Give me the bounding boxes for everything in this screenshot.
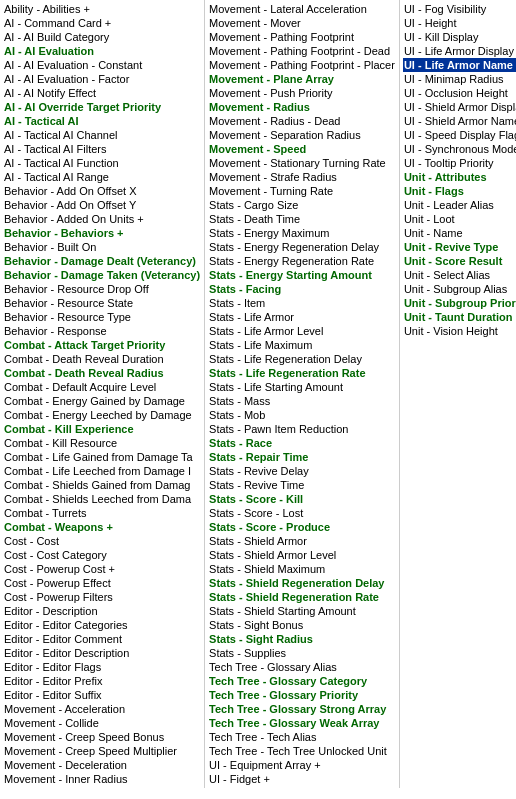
list-item[interactable]: Combat - Death Reveal Duration [3, 352, 201, 366]
list-item[interactable]: Stats - Life Regeneration Delay [208, 352, 396, 366]
list-item[interactable]: Editor - Editor Flags [3, 660, 201, 674]
list-item[interactable]: Ability - Abilities + [3, 2, 201, 16]
list-item[interactable]: Stats - Shield Regeneration Rate [208, 590, 396, 604]
list-item[interactable]: Stats - Energy Regeneration Rate [208, 254, 396, 268]
list-item[interactable]: AI - AI Build Category [3, 30, 201, 44]
list-item[interactable]: Combat - Kill Experience [3, 422, 201, 436]
list-item[interactable]: Behavior - Added On Units + [3, 212, 201, 226]
list-item[interactable]: Combat - Shields Gained from Damag [3, 478, 201, 492]
list-item[interactable]: UI - Synchronous Model Data [403, 142, 516, 156]
list-item[interactable]: Stats - Shield Armor [208, 534, 396, 548]
list-item[interactable]: Stats - Revive Time [208, 478, 396, 492]
list-item[interactable]: AI - Tactical AI Channel [3, 128, 201, 142]
list-item[interactable]: Stats - Score - Kill [208, 492, 396, 506]
list-item[interactable]: Movement - Acceleration [3, 702, 201, 716]
list-item[interactable]: UI - Minimap Radius [403, 72, 516, 86]
list-item[interactable]: UI - Shield Armor Display Flags [403, 100, 516, 114]
list-item[interactable]: Editor - Editor Prefix [3, 674, 201, 688]
list-item[interactable]: Stats - Life Regeneration Rate [208, 366, 396, 380]
list-item[interactable]: Editor - Editor Comment [3, 632, 201, 646]
list-item[interactable]: Editor - Editor Suffix [3, 688, 201, 702]
list-item[interactable]: Stats - Pawn Item Reduction [208, 422, 396, 436]
list-item[interactable]: Movement - Separation Radius [208, 128, 396, 142]
list-item[interactable]: Stats - Score - Lost [208, 506, 396, 520]
list-item[interactable]: UI - Shield Armor Name [403, 114, 516, 128]
list-item[interactable]: Combat - Default Acquire Level [3, 380, 201, 394]
list-item[interactable]: Movement - Deceleration [3, 758, 201, 772]
list-item[interactable]: Unit - Score Result [403, 254, 516, 268]
list-item[interactable]: Combat - Kill Resource [3, 436, 201, 450]
list-item[interactable]: Unit - Subgroup Priority [403, 296, 516, 310]
list-item[interactable]: Movement - Radius - Dead [208, 114, 396, 128]
list-item[interactable]: Combat - Attack Target Priority [3, 338, 201, 352]
list-item[interactable]: Behavior - Resource State [3, 296, 201, 310]
list-item[interactable]: Behavior - Resource Type [3, 310, 201, 324]
list-item[interactable]: Cost - Cost Category [3, 548, 201, 562]
list-item[interactable]: Behavior - Response [3, 324, 201, 338]
list-item[interactable]: Combat - Turrets [3, 506, 201, 520]
list-item[interactable]: Combat - Energy Gained by Damage [3, 394, 201, 408]
list-item[interactable]: Stats - Sight Bonus [208, 618, 396, 632]
list-item[interactable]: Unit - Name [403, 226, 516, 240]
list-item[interactable]: Movement - Creep Speed Multiplier [3, 744, 201, 758]
list-item[interactable]: UI - Speed Display Flags [403, 128, 516, 142]
list-item[interactable]: UI - Occlusion Height [403, 86, 516, 100]
list-item[interactable]: AI - AI Evaluation [3, 44, 201, 58]
list-item[interactable]: Stats - Energy Starting Amount [208, 268, 396, 282]
list-item[interactable]: Movement - Pathing Footprint - Dead [208, 44, 396, 58]
list-item[interactable]: Movement - Radius [208, 100, 396, 114]
list-item[interactable]: Stats - Shield Regeneration Delay [208, 576, 396, 590]
list-item[interactable]: Stats - Cargo Size [208, 198, 396, 212]
list-item[interactable]: Stats - Life Armor Level [208, 324, 396, 338]
list-item[interactable]: Cost - Powerup Effect [3, 576, 201, 590]
list-item[interactable]: Stats - Life Armor [208, 310, 396, 324]
list-item[interactable]: UI - Life Armor Name [403, 58, 516, 72]
list-item[interactable]: Stats - Mob [208, 408, 396, 422]
list-item[interactable]: Unit - Revive Type [403, 240, 516, 254]
list-item[interactable]: Behavior - Add On Offset Y [3, 198, 201, 212]
list-item[interactable]: Movement - Turning Rate [208, 184, 396, 198]
list-item[interactable]: Stats - Energy Maximum [208, 226, 396, 240]
list-item[interactable]: Combat - Shields Leeched from Dama [3, 492, 201, 506]
list-item[interactable]: Tech Tree - Tech Tree Unlocked Unit [208, 744, 396, 758]
list-item[interactable]: Movement - Stationary Turning Rate [208, 156, 396, 170]
list-item[interactable]: Unit - Select Alias [403, 268, 516, 282]
list-item[interactable]: Unit - Leader Alias [403, 198, 516, 212]
list-item[interactable]: Unit - Flags [403, 184, 516, 198]
list-item[interactable]: UI - Fidget + [208, 772, 396, 786]
list-item[interactable]: AI - AI Evaluation - Constant [3, 58, 201, 72]
list-item[interactable]: Stats - Shield Armor Level [208, 548, 396, 562]
list-item[interactable]: Cost - Powerup Filters [3, 590, 201, 604]
list-item[interactable]: Movement - Pathing Footprint [208, 30, 396, 44]
list-item[interactable]: Tech Tree - Glossary Priority [208, 688, 396, 702]
list-item[interactable]: Stats - Race [208, 436, 396, 450]
list-item[interactable]: Stats - Sight Radius [208, 632, 396, 646]
list-item[interactable]: Unit - Taunt Duration [403, 310, 516, 324]
list-item[interactable]: Movement - Lateral Acceleration [208, 2, 396, 16]
list-item[interactable]: AI - Command Card + [3, 16, 201, 30]
list-item[interactable]: Stats - Supplies [208, 646, 396, 660]
list-item[interactable]: UI - Fog Visibility [403, 2, 516, 16]
list-item[interactable]: Stats - Score - Produce [208, 520, 396, 534]
list-item[interactable]: Behavior - Add On Offset X [3, 184, 201, 198]
list-item[interactable]: AI - Tactical AI [3, 114, 201, 128]
list-item[interactable]: Unit - Attributes [403, 170, 516, 184]
list-item[interactable]: Editor - Description [3, 604, 201, 618]
list-item[interactable]: Tech Tree - Glossary Category [208, 674, 396, 688]
list-item[interactable]: Behavior - Built On [3, 240, 201, 254]
list-item[interactable]: Unit - Subgroup Alias [403, 282, 516, 296]
list-item[interactable]: Combat - Life Leeched from Damage I [3, 464, 201, 478]
list-item[interactable]: Stats - Repair Time [208, 450, 396, 464]
list-item[interactable]: Stats - Energy Regeneration Delay [208, 240, 396, 254]
list-item[interactable]: Movement - Push Priority [208, 86, 396, 100]
list-item[interactable]: Movement - Inner Radius [3, 772, 201, 786]
list-item[interactable]: Tech Tree - Glossary Weak Array [208, 716, 396, 730]
list-item[interactable]: Cost - Powerup Cost + [3, 562, 201, 576]
list-item[interactable]: Movement - Creep Speed Bonus [3, 730, 201, 744]
list-item[interactable]: Editor - Editor Description [3, 646, 201, 660]
list-item[interactable]: UI - Tooltip Priority [403, 156, 516, 170]
list-item[interactable]: Behavior - Resource Drop Off [3, 282, 201, 296]
list-item[interactable]: Behavior - Damage Taken (Veterancy) [3, 268, 201, 282]
list-item[interactable]: Stats - Item [208, 296, 396, 310]
list-item[interactable]: Stats - Mass [208, 394, 396, 408]
